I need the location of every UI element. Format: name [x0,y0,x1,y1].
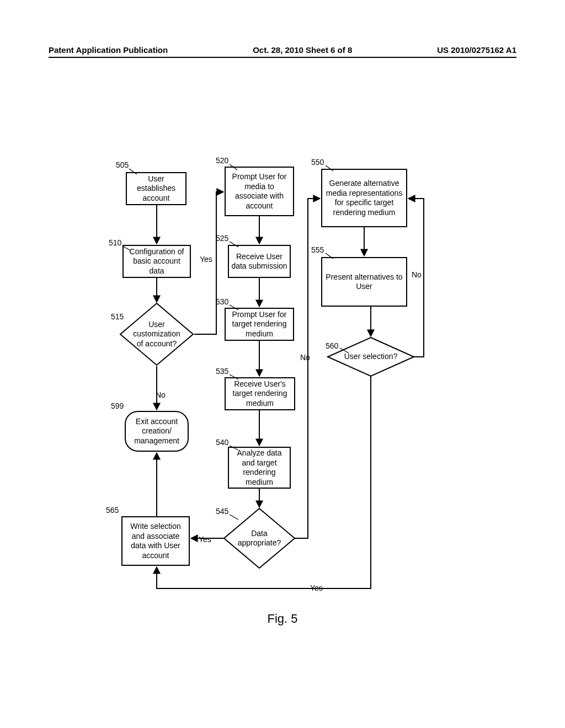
box-555: Present alternatives to User [321,257,407,307]
box-505-text: User establishes account [129,174,183,204]
page: Patent Application Publication Oct. 28, … [0,0,565,728]
diamond-515-text: User customization of account? [119,302,194,366]
box-540-text: Analyze data and target rendering medium [231,448,287,487]
ref-535: 535 [216,367,228,376]
edge-560-no: No [411,270,423,279]
diamond-515: User customization of account? [119,302,194,366]
diamond-560: User selection? [327,336,415,377]
box-520: Prompt User for media to associate with … [225,167,294,216]
box-530: Prompt User for target rendering medium [225,308,294,341]
box-555-text: Present alternatives to User [324,272,404,292]
diamond-545: Data appropriate? [223,507,296,569]
edge-560-yes: Yes [309,584,324,592]
ref-530: 530 [216,297,228,306]
terminator-599: Exit account creation/ management [125,411,189,452]
ref-525: 525 [216,234,228,243]
page-header: Patent Application Publication Oct. 28, … [49,45,516,58]
box-525: Receive User data submission [228,245,291,278]
box-525-text: Receive User data submission [231,252,287,271]
header-right: US 2010/0275162 A1 [437,45,516,55]
edge-515-yes: Yes [199,255,214,264]
edge-515-no: No [154,390,167,399]
header-center: Oct. 28, 2010 Sheet 6 of 8 [253,45,352,55]
box-540: Analyze data and target rendering medium [228,447,291,489]
ref-599: 599 [111,402,124,410]
ref-505: 505 [116,160,129,169]
terminator-599-text: Exit account creation/ management [128,417,185,446]
box-530-text: Prompt User for target rendering medium [228,310,291,339]
box-565: Write selection and associate data with … [121,516,190,566]
figure-caption: Fig. 5 [0,612,565,626]
box-535: Receive User's target rendering medium [225,377,295,410]
box-550: Generate alternative media representatio… [321,169,407,227]
ref-510: 510 [109,238,121,247]
ref-565: 565 [106,506,119,515]
box-520-text: Prompt User for media to associate with … [228,172,291,211]
ref-540: 540 [216,438,228,447]
diamond-545-text: Data appropriate? [223,507,296,569]
edge-545-yes: Yes [198,535,212,544]
edge-545-no: No [299,353,311,362]
box-565-text: Write selection and associate data with … [125,522,186,560]
box-510-text: Configuration of basic account data [126,247,188,276]
box-510: Configuration of basic account data [122,245,191,278]
box-550-text: Generate alternative media representatio… [324,179,404,217]
ref-555: 555 [311,245,324,254]
ref-520: 520 [216,156,228,165]
ref-550: 550 [311,158,324,167]
box-535-text: Receive User's target rendering medium [228,379,292,409]
box-505: User establishes account [126,172,186,205]
diamond-560-text: User selection? [327,336,415,377]
header-left: Patent Application Publication [49,45,168,55]
